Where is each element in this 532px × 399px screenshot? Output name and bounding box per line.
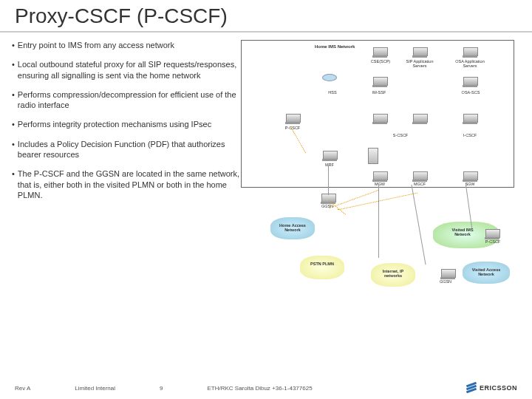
footer-class: Limited Internal [75,385,115,392]
bullet-icon: • [12,139,15,160]
list-item: •Local outbound stateful proxy for all S… [12,59,241,81]
bullet-icon: • [12,40,15,50]
server-icon [485,229,499,239]
server-icon [440,269,455,279]
cloud-icon [300,256,344,279]
server-icon [463,47,477,58]
node-label: GGSN [434,279,457,284]
home-ims-label: Home IMS Network [315,44,359,49]
node-label: HSS [325,90,340,95]
connection-line [411,185,426,265]
node-label: MGCF [409,182,430,186]
bullet-list: •Entry point to IMS from any access netw… [12,40,241,335]
node-label: I-CSCF [458,133,482,137]
bullet-text: Local outbound stateful proxy for all SI… [18,59,241,81]
node-label: SIP Application Servers [402,59,437,68]
server-icon [463,77,477,87]
cloud-label: Home Access Network [275,223,310,232]
node-label: OSA-SCS [458,90,483,95]
bullet-text: The P-CSCF and the GGSN are located in t… [18,168,241,200]
footer: Rev A Limited Internal 9 ETH/RKC Sarolta… [0,385,532,392]
cloud-label: Internet, IP networks [377,269,409,278]
node-label: CSE(SCP) [366,59,395,64]
brand-logo: ERICSSON [466,383,517,393]
bullet-text: Entry point to IMS from any access netwo… [18,40,174,50]
list-item: •Performs integrity protection mechanism… [12,119,241,129]
server-icon [412,171,427,182]
node-label: P-CSCF [482,239,504,244]
bullet-icon: • [12,89,15,111]
server-icon [285,114,300,124]
bullet-text: Performs compression/decompression for e… [18,89,241,111]
server-icon [372,171,387,182]
list-item: •Includes a Policy Decision Function (PD… [12,139,241,160]
server-icon [372,47,387,58]
list-item: •Performs compression/decompression for … [12,89,241,111]
footer-page: 9 [160,385,163,392]
bullet-icon: • [12,59,15,81]
node-label: OSA Application Servers [452,59,488,68]
list-item: •Entry point to IMS from any access netw… [12,40,241,50]
connection-line [378,184,379,258]
content-area: •Entry point to IMS from any access netw… [0,33,532,335]
bullet-text: Performs integrity protection mechanisms… [18,119,211,129]
connection-line [328,166,329,195]
node-label: MGW [371,182,389,186]
node-label: S-CSCF [389,133,412,137]
bullet-icon: • [12,119,15,129]
page-title: Proxy-CSCF (P-CSCF) [15,4,517,28]
cloud-label: Visited IMS Network [445,228,480,236]
node-label: IM-SSF [368,90,390,95]
ericsson-bars-icon [466,383,477,393]
network-diagram: Home IMS Network CSE(SCP) SIP Applicatio… [241,40,520,335]
title-bar: Proxy-CSCF (P-CSCF) [0,0,532,33]
node-label: SGW [461,182,479,186]
home-ims-box: Home IMS Network CSE(SCP) SIP Applicatio… [241,40,514,188]
cloud-label: PSTN PLMN [309,262,335,266]
server-icon [321,194,335,204]
server-icon [372,77,387,87]
server-icon [412,114,427,124]
server-icon [322,151,337,161]
server-icon [463,114,477,124]
bullet-icon: • [12,168,15,200]
cylinder-icon [322,74,337,81]
brand-text: ERICSSON [480,384,517,392]
server-rack-icon [368,148,378,164]
bullet-text: Includes a Policy Decision Function (PDF… [18,139,241,160]
connection-line [338,193,417,211]
server-icon [463,171,477,182]
server-icon [372,114,387,124]
node-label: MRF [321,163,338,167]
server-icon [412,47,427,58]
list-item: •The P-CSCF and the GGSN are located in … [12,168,241,200]
cloud-label: Visited Access Network [468,267,504,276]
footer-rev: Rev A [15,385,30,392]
footer-credit: ETH/RKC Sarolta Dibuz +36-1-4377625 [208,385,313,392]
